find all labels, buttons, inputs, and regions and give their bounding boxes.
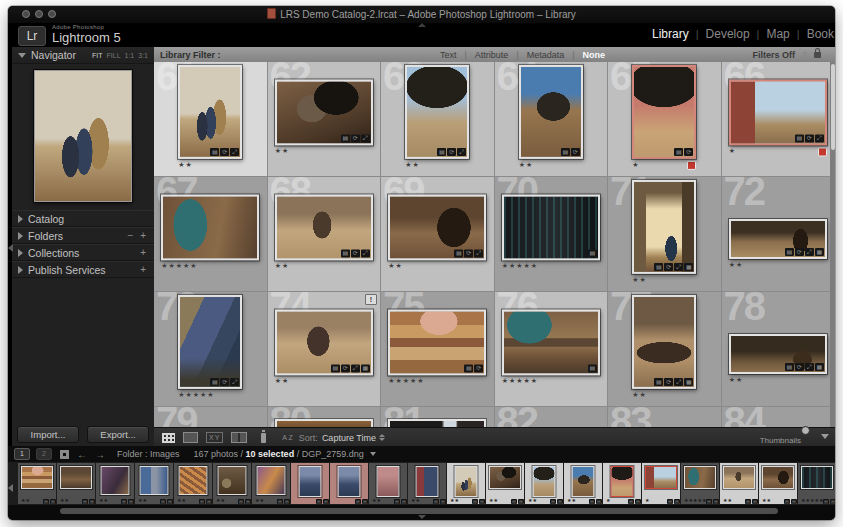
badge-icon[interactable]: ⟳ [684,148,693,156]
filmstrip-thumbnail[interactable] [60,466,92,489]
navigator-zoom-fit[interactable]: FIT [92,52,103,59]
primary-monitor-button[interactable]: 1 [14,448,30,460]
badge-icon[interactable]: ▤ [454,249,463,257]
filter-tab-none[interactable]: None [575,50,614,60]
grid-scrollbar[interactable] [830,62,835,427]
grid-view-icon[interactable] [162,433,175,443]
grid-cell-79[interactable]: 79 [154,407,268,427]
badge-icon[interactable]: ▤ [654,378,663,386]
badge-icon[interactable]: ▤ [674,148,683,156]
sort-value[interactable]: Capture Time [322,433,376,443]
grid-cell-62[interactable]: 62▤⟳⤢★★ [268,62,382,177]
module-tab-book[interactable]: Book [800,27,835,41]
filmstrip-thumbnail[interactable] [645,466,677,489]
badge-icon[interactable]: ▤ [654,263,663,271]
badge-icon[interactable]: ⟳ [474,364,483,372]
filter-tab-metadata[interactable]: Metadata [519,50,573,60]
photo-thumbnail-group-of-riders[interactable]: ▤⟳⤢▦ [632,295,696,389]
star-rating[interactable]: ★★★★★ [178,391,242,399]
star-rating[interactable]: ★★ [275,262,373,270]
filmstrip-thumbnail[interactable] [179,466,208,495]
filmstrip-thumbnail[interactable] [489,466,521,489]
star-rating[interactable]: ★★ [519,161,583,169]
badge-icon[interactable]: ⤢ [805,248,814,256]
filmstrip-scrollbar[interactable] [60,508,778,514]
star-rating[interactable]: ★★★★★ [502,262,600,270]
sort-direction-icon[interactable]: A Z [282,434,293,441]
top-panel-collapse-icon[interactable] [418,23,426,27]
photo-thumbnail-arena-interior-lights[interactable]: ▤⟳⤢▦ [729,334,827,374]
thumbnail-slider-knob[interactable] [801,426,810,435]
filmstrip-cell-16[interactable]: ▤▤★ [603,463,641,504]
badge-icon[interactable]: ▤ [464,364,473,372]
filmstrip-thumbnail[interactable] [455,466,478,497]
badge-icon[interactable]: ▤ [561,148,570,156]
badge-icon[interactable]: ⟳ [464,249,473,257]
grid-cell-70[interactable]: 70▤★★★★★ [495,177,609,292]
filmstrip-cell-11[interactable]: ▤▤★★ [408,463,446,504]
badge-icon[interactable]: ⟳ [664,378,673,386]
star-rating[interactable]: ★★ [275,147,373,155]
star-rating[interactable]: ★★ [729,376,827,384]
star-rating[interactable]: ★★★★★ [388,377,486,385]
badge-icon[interactable]: ▤ [795,134,804,142]
badge-icon[interactable]: ▦ [815,248,824,256]
star-rating[interactable]: ★★ [405,161,469,169]
grid-cell-75[interactable]: 75▤⟳★★★★★ [381,292,495,407]
title-bar[interactable]: LRS Demo Catalog-2.lrcat – Adobe Photosh… [8,6,835,23]
sidebar-section-collections[interactable]: Collections+ [12,244,154,261]
badge-icon[interactable]: ▤ [437,148,446,156]
filmstrip-thumbnail[interactable] [257,466,286,495]
grid-scrollbar-thumb[interactable] [831,64,835,150]
photo-thumbnail-boys-on-horse[interactable]: ▤⟳⤢ [275,79,373,145]
sort-dropdown-icon[interactable] [379,434,385,441]
filmstrip-cell-3[interactable]: ▤▤★★ [96,463,134,504]
badge-icon[interactable]: ⟳ [795,363,804,371]
photo-thumbnail-arena-panorama-rider[interactable]: ▤⟳⤢▦ [729,219,827,259]
star-rating[interactable]: ★★ [632,276,696,284]
star-rating[interactable]: ★★ [388,262,486,270]
module-tab-develop[interactable]: Develop [699,27,757,41]
filmstrip-thumbnail[interactable] [218,466,247,495]
filmstrip-cell-13[interactable]: ▤▤★★ [486,463,524,504]
filmstrip-thumbnail[interactable] [299,466,322,497]
filter-tab-attribute[interactable]: Attribute [467,50,517,60]
star-rating[interactable]: ★ [632,161,687,169]
section-controls[interactable]: + [140,264,148,275]
red-label-chip[interactable] [687,160,696,169]
photo-thumbnail-rider-in-dark-arena[interactable]: ▤⟳⤢ [388,194,486,260]
badge-icon[interactable]: ▤ [785,363,794,371]
grid-cell-73[interactable]: 73▤⟳⤢★★★★★ [154,292,268,407]
red-label-chip[interactable] [818,147,827,156]
badge-icon[interactable]: ⤢ [805,363,814,371]
badge-icon[interactable]: ⟳ [220,378,229,386]
filmstrip-cell-20[interactable]: ▤▤★★ [759,463,797,504]
star-rating[interactable]: ★★ [178,161,242,169]
badge-icon[interactable]: ⤢ [457,148,466,156]
filmstrip-thumbnail[interactable] [533,466,556,497]
navigator-zoom-3-1[interactable]: 3:1 [138,52,148,59]
filmstrip-cell-8[interactable]: ▤▤ [291,463,329,504]
filmstrip-thumbnail[interactable] [684,466,716,489]
badge-icon[interactable]: ⟳ [664,263,673,271]
grid-cell-72[interactable]: 72▤⟳⤢▦★★ [722,177,836,292]
section-controls[interactable]: − + [128,230,148,241]
photo-thumbnail-dark-textile-abstract[interactable]: ▤ [502,194,600,260]
photo-thumbnail-woman-leaning-over-loom[interactable]: ▤ [502,309,600,375]
filmstrip-thumbnail[interactable] [801,466,833,489]
photo-thumbnail-weaver-at-loom[interactable] [161,194,259,260]
grid-cell-80[interactable]: 80 [268,407,382,427]
grid-cell-77[interactable]: 77▤⟳⤢▦★★ [608,292,722,407]
badge-icon[interactable]: ⟳ [571,148,580,156]
grid-cell-67[interactable]: 67★★★★★ [154,177,268,292]
grid-cell-74[interactable]: 74▤⟳⤢▦★★! [268,292,382,407]
sidebar-section-folders[interactable]: Folders− + [12,227,154,244]
filmstrip-cell-1[interactable]: ▤▤★★ [18,463,56,504]
filmstrip-cell-14[interactable]: ▤▤★★ [525,463,563,504]
filter-preset-dropdown-icon[interactable] [802,51,808,58]
grid-cell-65[interactable]: 65▤⟳★ [608,62,722,177]
filters-off-label[interactable]: Filters Off [752,50,795,60]
grid-cell-63[interactable]: 63▤⟳⤢★★ [381,62,495,177]
filmstrip-cell-5[interactable]: ▤▤★★ [174,463,212,504]
section-controls[interactable]: + [140,247,148,258]
